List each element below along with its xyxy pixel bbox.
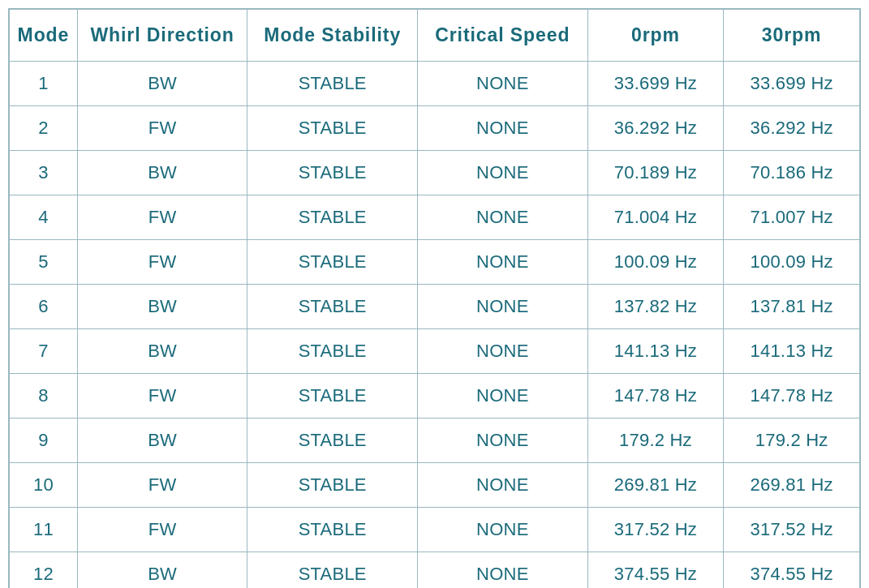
cell-mode: 11 xyxy=(10,508,78,552)
cell-stability: STABLE xyxy=(247,508,418,552)
cell-stability: STABLE xyxy=(247,62,418,106)
cell-critical: NONE xyxy=(418,285,588,329)
cell-rpm30: 33.699 Hz xyxy=(724,62,860,106)
table-row: 10FWSTABLENONE269.81 Hz269.81 Hz xyxy=(10,463,860,508)
header-30rpm: 30rpm xyxy=(724,10,860,62)
cell-whirl: BW xyxy=(77,62,247,106)
cell-whirl: FW xyxy=(77,463,247,508)
cell-stability: STABLE xyxy=(247,329,418,374)
cell-whirl: BW xyxy=(77,151,247,195)
cell-critical: NONE xyxy=(418,508,588,552)
table-row: 8FWSTABLENONE147.78 Hz147.78 Hz xyxy=(10,374,860,418)
header-row: Mode Whirl Direction Mode Stability Crit… xyxy=(10,10,860,62)
cell-rpm30: 137.81 Hz xyxy=(724,285,860,329)
table-row: 1BWSTABLENONE33.699 Hz33.699 Hz xyxy=(10,62,860,106)
cell-whirl: BW xyxy=(77,285,247,329)
cell-rpm0: 71.004 Hz xyxy=(587,195,724,240)
cell-rpm0: 36.292 Hz xyxy=(587,106,724,151)
table-row: 3BWSTABLENONE70.189 Hz70.186 Hz xyxy=(10,151,860,195)
cell-critical: NONE xyxy=(418,374,588,418)
cell-critical: NONE xyxy=(418,463,588,508)
cell-critical: NONE xyxy=(418,240,588,285)
cell-whirl: BW xyxy=(77,552,247,589)
cell-rpm30: 70.186 Hz xyxy=(724,151,860,195)
cell-mode: 6 xyxy=(10,285,78,329)
table-row: 9BWSTABLENONE179.2 Hz179.2 Hz xyxy=(10,418,860,463)
cell-stability: STABLE xyxy=(247,285,418,329)
cell-mode: 8 xyxy=(10,374,78,418)
cell-rpm0: 374.55 Hz xyxy=(587,552,724,589)
cell-mode: 12 xyxy=(10,552,78,589)
table-row: 2FWSTABLENONE36.292 Hz36.292 Hz xyxy=(10,106,860,151)
cell-rpm30: 36.292 Hz xyxy=(724,106,860,151)
table-row: 7BWSTABLENONE141.13 Hz141.13 Hz xyxy=(10,329,860,374)
cell-stability: STABLE xyxy=(247,195,418,240)
cell-whirl: FW xyxy=(77,106,247,151)
table-row: 6BWSTABLENONE137.82 Hz137.81 Hz xyxy=(10,285,860,329)
cell-rpm30: 179.2 Hz xyxy=(724,418,860,463)
cell-stability: STABLE xyxy=(247,552,418,589)
cell-whirl: FW xyxy=(77,374,247,418)
cell-stability: STABLE xyxy=(247,418,418,463)
cell-rpm0: 70.189 Hz xyxy=(587,151,724,195)
cell-rpm30: 269.81 Hz xyxy=(724,463,860,508)
cell-mode: 10 xyxy=(10,463,78,508)
cell-rpm30: 141.13 Hz xyxy=(724,329,860,374)
cell-critical: NONE xyxy=(418,62,588,106)
cell-rpm0: 100.09 Hz xyxy=(587,240,724,285)
header-critical: Critical Speed xyxy=(418,10,588,62)
cell-critical: NONE xyxy=(418,329,588,374)
table-row: 12BWSTABLENONE374.55 Hz374.55 Hz xyxy=(10,552,860,589)
header-0rpm: 0rpm xyxy=(587,10,724,62)
cell-whirl: BW xyxy=(77,329,247,374)
cell-whirl: FW xyxy=(77,195,247,240)
cell-whirl: FW xyxy=(77,508,247,552)
cell-rpm0: 141.13 Hz xyxy=(587,329,724,374)
cell-stability: STABLE xyxy=(247,151,418,195)
cell-rpm30: 374.55 Hz xyxy=(724,552,860,589)
cell-whirl: BW xyxy=(77,418,247,463)
header-mode: Mode xyxy=(10,10,78,62)
cell-stability: STABLE xyxy=(247,106,418,151)
table-row: 11FWSTABLENONE317.52 Hz317.52 Hz xyxy=(10,508,860,552)
cell-stability: STABLE xyxy=(247,463,418,508)
data-table: Mode Whirl Direction Mode Stability Crit… xyxy=(9,9,860,588)
cell-mode: 4 xyxy=(10,195,78,240)
cell-critical: NONE xyxy=(418,106,588,151)
cell-mode: 3 xyxy=(10,151,78,195)
cell-critical: NONE xyxy=(418,151,588,195)
cell-rpm0: 33.699 Hz xyxy=(587,62,724,106)
cell-rpm0: 179.2 Hz xyxy=(587,418,724,463)
cell-critical: NONE xyxy=(418,195,588,240)
cell-critical: NONE xyxy=(418,552,588,589)
cell-rpm30: 317.52 Hz xyxy=(724,508,860,552)
cell-stability: STABLE xyxy=(247,374,418,418)
cell-rpm30: 147.78 Hz xyxy=(724,374,860,418)
cell-rpm30: 71.007 Hz xyxy=(724,195,860,240)
cell-mode: 9 xyxy=(10,418,78,463)
main-table-wrapper: Mode Whirl Direction Mode Stability Crit… xyxy=(8,8,861,588)
cell-whirl: FW xyxy=(77,240,247,285)
cell-rpm0: 317.52 Hz xyxy=(587,508,724,552)
cell-rpm0: 137.82 Hz xyxy=(587,285,724,329)
cell-rpm0: 269.81 Hz xyxy=(587,463,724,508)
cell-rpm0: 147.78 Hz xyxy=(587,374,724,418)
table-row: 4FWSTABLENONE71.004 Hz71.007 Hz xyxy=(10,195,860,240)
cell-mode: 2 xyxy=(10,106,78,151)
table-row: 5FWSTABLENONE100.09 Hz100.09 Hz xyxy=(10,240,860,285)
cell-mode: 7 xyxy=(10,329,78,374)
cell-rpm30: 100.09 Hz xyxy=(724,240,860,285)
cell-critical: NONE xyxy=(418,418,588,463)
header-stability: Mode Stability xyxy=(247,10,418,62)
cell-stability: STABLE xyxy=(247,240,418,285)
header-whirl: Whirl Direction xyxy=(77,10,247,62)
cell-mode: 1 xyxy=(10,62,78,106)
cell-mode: 5 xyxy=(10,240,78,285)
